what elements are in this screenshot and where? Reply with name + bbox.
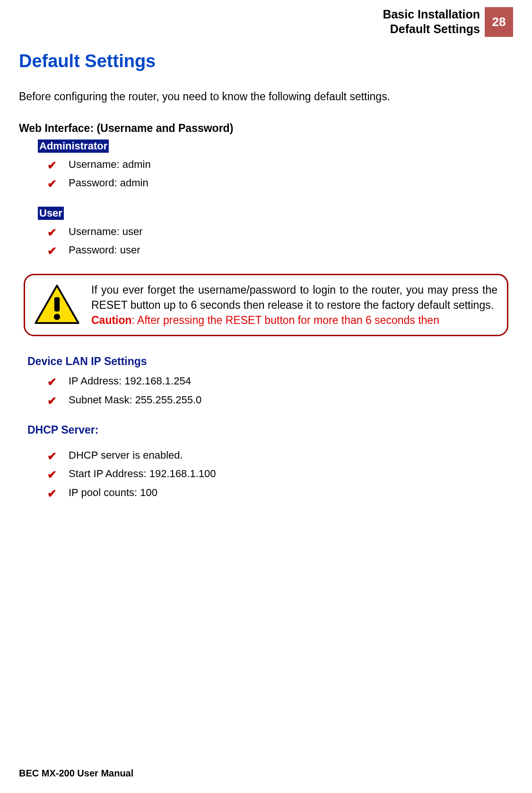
- role-administrator: Administrator: [38, 139, 109, 153]
- lan-settings-list: IP Address: 192.168.1.254 Subnet Mask: 2…: [47, 372, 513, 409]
- footer-text: BEC MX-200 User Manual: [19, 768, 133, 779]
- warning-body: If you ever forget the username/password…: [91, 284, 497, 311]
- user-credentials-list: Username: user Password: user: [47, 222, 513, 260]
- caution-rest: : After pressing the RESET button for mo…: [132, 314, 439, 326]
- page-number: 28: [485, 7, 513, 37]
- warning-box: If you ever forget the username/password…: [24, 274, 508, 337]
- header-line-2: Default Settings: [383, 22, 480, 36]
- svg-rect-1: [54, 297, 60, 311]
- header-title-block: Basic Installation Default Settings: [383, 7, 485, 37]
- lan-ip: IP Address: 192.168.1.254: [47, 372, 513, 391]
- page-header: Basic Installation Default Settings 28: [19, 7, 513, 37]
- web-interface-label: Web Interface: (Username and Password): [19, 122, 513, 135]
- warning-icon: [35, 285, 79, 325]
- dhcp-list: DHCP server is enabled. Start IP Address…: [47, 446, 513, 502]
- dhcp-start: Start IP Address: 192.168.1.100: [47, 464, 513, 483]
- lan-mask: Subnet Mask: 255.255.255.0: [47, 391, 513, 410]
- dhcp-pool: IP pool counts: 100: [47, 483, 513, 502]
- dhcp-title: DHCP Server:: [27, 424, 513, 436]
- svg-point-2: [54, 314, 60, 320]
- admin-password: Password: admin: [47, 174, 513, 192]
- intro-text: Before configuring the router, you need …: [19, 90, 513, 103]
- dhcp-enabled: DHCP server is enabled.: [47, 446, 513, 465]
- warning-text: If you ever forget the username/password…: [91, 282, 497, 328]
- admin-username: Username: admin: [47, 155, 513, 174]
- lan-settings-title: Device LAN IP Settings: [27, 355, 513, 368]
- role-user: User: [38, 207, 64, 220]
- page-title: Default Settings: [19, 51, 513, 71]
- user-username: Username: user: [47, 222, 513, 241]
- admin-credentials-list: Username: admin Password: admin: [47, 155, 513, 192]
- header-line-1: Basic Installation: [383, 7, 480, 22]
- user-password: Password: user: [47, 241, 513, 260]
- caution-label: Caution: [91, 314, 132, 326]
